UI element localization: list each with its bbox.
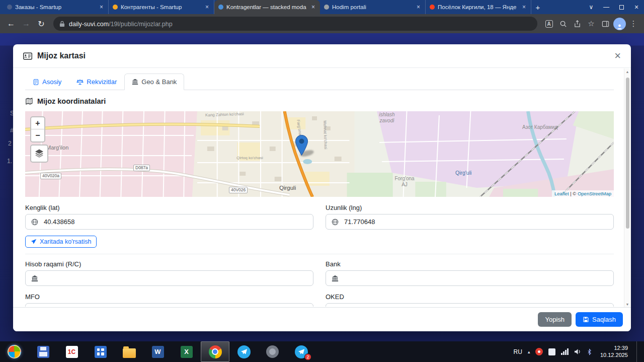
zoom-out-button[interactable]: − <box>31 129 44 141</box>
tray-red-app-icon[interactable] <box>535 348 543 355</box>
share-icon[interactable] <box>571 17 584 30</box>
bluetooth-icon[interactable] <box>587 348 592 355</box>
tab-close-icon[interactable]: × <box>521 4 527 11</box>
taskbar-app-explorer[interactable] <box>115 341 143 362</box>
grid-app-icon <box>95 346 107 358</box>
send-icon <box>31 239 37 245</box>
tab-asosiy[interactable]: Asosiy <box>25 74 69 90</box>
map-zoom-control: + − <box>30 116 45 142</box>
notification-badge: 2 <box>304 353 311 360</box>
bank-input[interactable] <box>344 274 613 282</box>
tab-rekvizitlar[interactable]: Rekvizitlar <box>69 74 124 90</box>
lng-label: Uzunlik (lng) <box>326 204 614 211</box>
window-close-button[interactable]: × <box>629 0 644 14</box>
bank-icon <box>26 275 44 282</box>
network-signal-icon[interactable] <box>561 348 569 355</box>
show-on-map-button[interactable]: Xaritada ko'rsatish <box>25 236 97 248</box>
tab-close-icon[interactable]: × <box>99 4 104 11</box>
scroll-down-icon[interactable]: ▼ <box>626 301 629 307</box>
taskbar-clock[interactable]: 12:39 10.12.2025 <box>597 345 628 359</box>
section-title: Mijoz koordinatalari <box>25 97 614 105</box>
tab-search-icon[interactable]: ∨ <box>584 0 599 14</box>
scroll-up-icon[interactable]: ▲ <box>626 68 629 75</box>
taskbar-app-telegram-2[interactable]: 2 <box>287 341 315 362</box>
browser-toolbar: ← → ↻ daily-suvi.com/19l/public/mijozlar… <box>0 14 644 33</box>
zoom-in-button[interactable]: + <box>31 117 44 129</box>
taskbar-app-word[interactable]: W <box>143 341 172 362</box>
map-marker-pin[interactable] <box>295 135 308 158</box>
tray-chevron-icon[interactable]: ▴ <box>528 349 530 354</box>
taskbar-app-telegram[interactable] <box>229 341 258 362</box>
mfo-input-group <box>25 303 313 307</box>
new-tab-button[interactable]: + <box>531 0 544 14</box>
browser-tab-1[interactable]: Заказы - Smartup × <box>3 0 109 14</box>
yopish-button[interactable]: Yopish <box>538 312 572 327</box>
browser-tab-4[interactable]: Hodim portali × <box>320 0 426 14</box>
start-button[interactable] <box>0 341 29 362</box>
browser-tab-2[interactable]: Контрагенты - Smartup × <box>109 0 214 14</box>
reload-button[interactable]: ↻ <box>34 17 48 31</box>
tab-title: Контрагенты - Smartup <box>121 4 201 10</box>
map-layers-button[interactable] <box>30 144 48 163</box>
address-bar[interactable]: daily-suvi.com/19l/public/mijozlar.php <box>53 17 537 31</box>
back-button[interactable]: ← <box>4 17 18 31</box>
url-host: daily-suvi.com <box>69 21 109 28</box>
modal-footer: Yopish Saqlash <box>13 307 631 331</box>
leaflet-map[interactable]: ishlash zavodi Азот Карбамид Marg'ilon K… <box>25 111 614 197</box>
taskbar-app-save[interactable] <box>29 341 57 362</box>
favicon <box>218 5 223 10</box>
browser-tab-3-active[interactable]: Kontragentlar — stacked moda × <box>214 0 320 14</box>
side-panel-icon[interactable] <box>599 17 612 30</box>
show-on-map-label: Xaritada ko'rsatish <box>40 238 91 245</box>
modal-close-icon[interactable]: × <box>614 50 621 61</box>
volume-icon[interactable] <box>574 348 582 355</box>
tab-close-icon[interactable]: × <box>310 4 316 11</box>
account-label: Hisob raqami (R/C) <box>25 260 313 268</box>
language-indicator[interactable]: RU <box>514 348 522 355</box>
tab-close-icon[interactable]: × <box>204 4 210 11</box>
map-road-ref-d087a: D087a <box>133 165 150 171</box>
modal-scrollbar[interactable]: ▲ ▼ <box>624 68 630 307</box>
lat-input-group <box>25 214 313 230</box>
system-tray: RU ▴ 12:39 10.12.2025 <box>514 341 644 362</box>
taskbar-app-grid[interactable] <box>86 341 115 362</box>
profile-avatar[interactable] <box>613 17 626 30</box>
tab-label: Rekvizitlar <box>87 78 117 86</box>
search-icon[interactable] <box>556 17 570 30</box>
forward-button: → <box>19 17 33 31</box>
lat-label: Kenglik (lat) <box>25 204 313 211</box>
window-restore-button[interactable] <box>614 0 629 14</box>
translate-icon[interactable]: A <box>542 17 555 30</box>
tab-label: Geo & Bank <box>141 78 177 86</box>
divider <box>25 254 614 254</box>
taskbar-app-1c[interactable]: 1С <box>57 341 86 362</box>
folder-icon <box>123 348 136 358</box>
browser-titlebar: Заказы - Smartup × Контрагенты - Smartup… <box>0 0 644 14</box>
osm-link[interactable]: OpenStreetMap <box>578 191 611 196</box>
lock-icon <box>59 21 65 27</box>
scrollbar-thumb[interactable] <box>626 78 629 229</box>
windows-logo-icon <box>8 345 21 358</box>
bookmark-star-icon[interactable]: ☆ <box>585 17 598 30</box>
scrollbar-track[interactable] <box>624 75 630 301</box>
layers-icon <box>34 149 44 159</box>
account-input[interactable] <box>44 274 313 282</box>
browser-menu-kebab-icon[interactable]: ⋮ <box>627 17 640 30</box>
tab-close-icon[interactable]: × <box>416 4 421 11</box>
saqlash-button[interactable]: Saqlash <box>576 312 623 327</box>
leaflet-link[interactable]: Leaflet <box>554 191 569 196</box>
map-icon <box>25 98 33 105</box>
modal-title: Mijoz kartasi <box>37 51 86 60</box>
taskbar-app-chrome-active[interactable] <box>201 341 229 362</box>
bank-icon <box>132 79 138 85</box>
lat-input[interactable] <box>44 218 313 226</box>
window-minimize-button[interactable]: — <box>599 0 614 14</box>
modal-tabs: Asosiy Rekvizitlar Geo & Bank <box>25 73 614 90</box>
taskbar-app-excel[interactable]: X <box>172 341 201 362</box>
show-desktop-button[interactable] <box>636 341 639 362</box>
lng-input[interactable] <box>344 218 613 226</box>
taskbar-app-gray[interactable] <box>258 341 287 362</box>
tab-geo-bank-active[interactable]: Geo & Bank <box>124 74 184 90</box>
browser-tab-5[interactable]: Посёлок Киргили, 18 — Янде × <box>426 0 531 14</box>
tray-app-icon[interactable] <box>548 348 555 355</box>
